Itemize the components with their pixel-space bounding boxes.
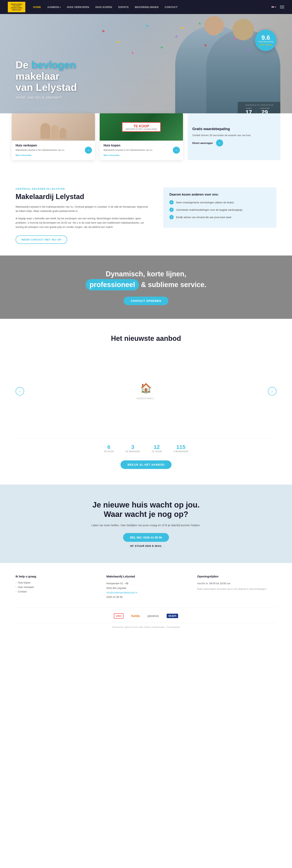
aanbod-num-0: 6 [104,444,114,450]
head-right [233,19,254,40]
about-section: Centraal gelegen in Lelystad Makelaardij… [0,172,292,255]
cards-row: Huis verkopen Makelaardij Lelystad is he… [12,113,280,160]
reasons-title: Daarom kozen anderen voor ons: [169,193,270,196]
cta-subtitle: Laten we even bellen. Dan bekijken we jo… [15,524,277,527]
aanbod-section: Het nieuwste aanbod ‹ 🏠 Aanbod laden... … [0,319,292,485]
logo-vbo: VBO [114,613,124,619]
card-verkopen-title: Huis verkopen [15,144,91,147]
nav-link-kopen[interactable]: HUIS KOPEN [95,6,112,8]
card-verkopen-image [12,113,95,141]
contact-opnemen-button[interactable]: CONTACT OPNEMEN [124,297,168,305]
hero-subtitle: Vertel, wat zijn je plannen? [15,95,117,100]
call-button[interactable]: BEL MIJ: 0320 41 99 56 [123,533,169,542]
hero-text: De bevlogen makelaar van Lelystad Vertel… [15,59,117,100]
footer-col3-title: Openingstijden [197,575,277,578]
nav-link-aanbod[interactable]: AANBOD [47,6,61,8]
reason-check-3: ✓ [169,215,174,219]
cta-title: Je nieuwe huis wacht op jou. Waar wacht … [15,500,277,519]
card-kopen-image: TE KOOP MAKELAARDIJ LELYSTAD - uw bevlog… [100,113,183,141]
card-gratis-text: Ontdek binnen 30 seconden de waarde van … [192,133,275,137]
aanbod-label-0: te koop [104,450,114,453]
aanbod-label-1: in verhuur [126,450,140,453]
card-kopen-body: Huis kopen Makelaardij Lelystad is het m… [100,141,183,160]
card-kopen-title: Huis kopen [103,144,179,147]
tagline-text: Dynamisch, korte lijnen, professioneel &… [15,269,277,290]
cta-section: Je nieuwe huis wacht op jou. Waar wacht … [0,485,292,563]
te-koop-text: TE KOOP [126,124,157,128]
reason-text-2: IJzersterke onderhandelingen voor de laa… [176,208,242,212]
footer-col-help: Ik help u graag Huis kopen Huis verkopen… [15,575,95,599]
about-title: Makelaardij Lelystad [15,193,152,201]
footer-link-kopen[interactable]: Huis kopen [15,581,95,584]
footer-hours: ma t/m vr: 09:00 tot 18:00 uur [197,581,277,586]
rating-badge: 9.6 Funda Beoordeling ★ ★ ★ ★ ★ [255,30,277,51]
footer-bottom: Powered by: Dawn & Kevin. Alle rechten v… [15,623,277,628]
nav-link-home[interactable]: HOME [33,6,41,8]
slider-next[interactable]: › [268,387,277,396]
about-para-1: Makelaardij Lelystad is het makelaarskan… [15,205,152,213]
logo-pararius: pararius [148,614,159,618]
hero-title: De bevlogen makelaar van Lelystad [15,59,117,93]
footer-address: Kempenaer 01 - 4B 8242 BA Lelystad info@… [106,581,186,599]
reason-3: ✓ Eerlijk advies van iemand die aan jouw… [169,215,270,219]
card-kopen-link[interactable]: Meer informatie [103,154,120,156]
nav-link-verkopen[interactable]: HUIS VERKOPEN [67,6,89,8]
hamburger-menu[interactable] [280,6,284,8]
aanbod-num-3: 115 [173,444,188,450]
footer-col2-title: Makelaardij Lelystad [106,575,186,578]
rating-stars: ★ ★ ★ ★ ★ [260,43,272,46]
property-placeholder: 🏠 Aanbod laden... [136,383,156,400]
language-selector[interactable]: 🇳🇱 ▾ [271,6,276,8]
rating-label: Funda Beoordeling [258,41,273,43]
reason-text-3: Eerlijk advies van iemand die aan jouw k… [176,215,231,219]
contact-button[interactable]: NEEM CONTACT MET MIJ OP [15,236,67,244]
nav-right: 🇳🇱 ▾ [271,6,284,8]
reason-text-1: Geen onaangename verrassingen (alleen de… [176,200,234,205]
slider-content: 🏠 Aanbod laden... [24,354,268,428]
footer-link-contact[interactable]: Contact [15,590,95,593]
footer-logos: VBO funda pararius NCEPI [15,607,277,623]
card-verkopen-arrow[interactable]: › [85,147,92,154]
card-gratis-link[interactable]: Direct aanvragen [192,142,213,145]
rating-number: 9.6 [261,34,270,41]
reason-check-2: ✓ [169,208,174,212]
slider-prev[interactable]: ‹ [15,387,24,396]
head-left [204,16,224,35]
nav-logo[interactable]: MAKELAARDIJLELYSTADDE BEVLOGENMAKELAAR [8,2,25,12]
nav-link-beoordelingen[interactable]: BEOORDELINGEN [135,6,158,8]
te-koop-sub: MAKELAARDIJ LELYSTAD - uw bevlogen makel… [126,128,157,130]
card-verkopen-link[interactable]: Meer informatie [15,154,32,156]
nav-link-contact[interactable]: CONTACT [165,6,177,8]
email-link[interactable]: OF STUUR EEN E-MAIL [15,545,277,548]
aanbod-stat-2: 12 te huur [152,444,162,453]
footer-email[interactable]: info@makelaardijlelystad.nl [106,591,137,594]
footer-grid: Ik help u graag Huis kopen Huis verkopen… [15,575,277,599]
aanbod-title: Het nieuwste aanbod [15,334,277,343]
cards-section: Huis verkopen Makelaardij Lelystad is he… [0,113,292,172]
aanbod-stat-3: 115 # woningen [173,444,188,453]
footer-col-address: Makelaardij Lelystad Kempenaer 01 - 4B 8… [106,575,186,599]
card-kopen: TE KOOP MAKELAARDIJ LELYSTAD - uw bevlog… [100,113,183,160]
aanbod-label-2: te huur [152,450,162,453]
footer-hours-note: Buiten kantoortijden verzoeken wij om ee… [197,587,277,591]
aanbod-stat-0: 6 te koop [104,444,114,453]
bekijk-aanbod-button[interactable]: BEKIJK AL HET AANBOD [121,460,171,469]
footer-link-verkopen[interactable]: Huis verkopen [15,586,95,589]
card-verkopen-text: Makelaardij Lelystad is het makelaarskan… [15,148,91,152]
aanbod-slider: ‹ 🏠 Aanbod laden... › [15,352,277,430]
reason-2: ✓ IJzersterke onderhandelingen voor de l… [169,208,270,212]
aanbod-stats: 6 te koop 3 in verhuur 12 te huur 115 # … [15,438,277,453]
footer-col1-title: Ik help u graag [15,575,95,578]
nav-link-expats[interactable]: EXPATS [118,6,129,8]
reasons-box: Daarom kozen anderen voor ons: ✓ Geen on… [163,187,277,228]
card-gratis-arrow[interactable]: › [216,140,223,147]
card-verkopen-body: Huis verkopen Makelaardij Lelystad is he… [12,141,95,160]
card-kopen-arrow[interactable]: › [173,147,180,154]
tagline-section: Dynamisch, korte lijnen, professioneel &… [0,255,292,319]
logo-ncepi: NCEPI [167,614,178,618]
stats-label: GEMIDDELD SE VERKOOPTIJD [241,104,273,106]
footer-phone: 0320 41 99 56 [106,595,123,598]
card-verkopen: Huis verkopen Makelaardij Lelystad is he… [12,113,95,160]
logo-funda: funda [131,614,140,618]
about-right: Daarom kozen anderen voor ons: ✓ Geen on… [163,187,277,244]
